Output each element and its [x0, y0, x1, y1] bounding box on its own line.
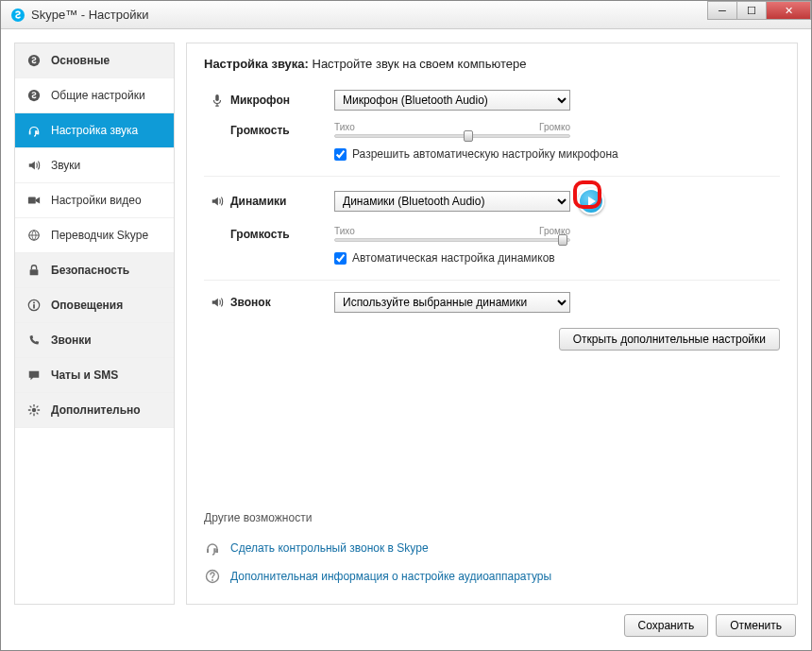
close-button[interactable]: ✕ — [766, 1, 811, 20]
sidebar-item-sounds[interactable]: Звуки — [15, 148, 174, 183]
speakers-volume-label: Громкость — [230, 228, 334, 241]
svg-rect-14 — [216, 549, 218, 553]
gear-icon — [26, 403, 42, 418]
speakers-device-select[interactable]: Динамики (Bluetooth Audio) — [334, 191, 570, 212]
sidebar-item-audio[interactable]: Настройка звука — [15, 113, 174, 148]
mic-label: Микрофон — [230, 94, 334, 107]
sidebar-label: Переводчик Skype — [51, 229, 148, 242]
sidebar-label: Звуки — [51, 159, 80, 172]
mic-auto-row: Разрешить автоматическую настройку микро… — [334, 144, 780, 170]
titlebar: Skype™ - Настройки ─ ☐ ✕ — [1, 1, 811, 29]
speakers-auto-checkbox[interactable] — [334, 252, 347, 265]
sidebar-item-general-section[interactable]: Основные — [15, 43, 174, 78]
headset-icon — [26, 123, 42, 138]
sidebar-item-translator[interactable]: Переводчик Skype — [15, 218, 174, 253]
sidebar-item-video[interactable]: Настройки видео — [15, 183, 174, 218]
skype-icon — [10, 8, 25, 23]
maximize-button[interactable]: ☐ — [736, 1, 767, 20]
mic-auto-label: Разрешить автоматическую настройку микро… — [352, 147, 618, 161]
mic-volume-label: Громкость — [230, 124, 334, 137]
sidebar-label: Звонки — [51, 334, 92, 347]
svg-rect-9 — [33, 304, 35, 308]
sidebar-label: Безопасность — [51, 264, 129, 277]
svg-point-11 — [32, 408, 36, 412]
lock-icon — [26, 263, 42, 278]
svg-rect-4 — [38, 131, 40, 135]
sidebar-label: Чаты и SMS — [51, 368, 118, 382]
ringer-label: Звонок — [230, 296, 334, 309]
content: Основные Общие настройки Настройка звука… — [1, 29, 811, 650]
speaker-icon — [26, 158, 42, 173]
sidebar-item-security[interactable]: Безопасность — [15, 253, 174, 288]
phone-icon — [26, 333, 42, 348]
globe-icon — [26, 228, 42, 243]
ringer-device-select[interactable]: Используйте выбранные динамики — [334, 292, 570, 313]
speakers-auto-label: Автоматическая настройка динамиков — [352, 251, 555, 265]
window-buttons: ─ ☐ ✕ — [708, 1, 811, 20]
save-button[interactable]: Сохранить — [624, 614, 709, 637]
sidebar-label: Основные — [51, 54, 110, 67]
minimize-button[interactable]: ─ — [707, 1, 737, 20]
mic-volume-slider[interactable]: ТихоГромко — [334, 122, 570, 138]
skype-icon — [26, 53, 42, 68]
page-title: Настройка звука: Настройте звук на своем… — [204, 57, 780, 71]
svg-rect-3 — [29, 131, 31, 135]
sidebar: Основные Общие настройки Настройка звука… — [14, 43, 175, 605]
settings-window: Skype™ - Настройки ─ ☐ ✕ Основные Общие … — [0, 0, 812, 651]
mic-device-select[interactable]: Микрофон (Bluetooth Audio) — [334, 90, 570, 111]
sidebar-item-calls[interactable]: Звонки — [15, 323, 174, 358]
test-speakers-button[interactable] — [578, 188, 604, 214]
camera-icon — [26, 193, 42, 208]
ringer-row: Звонок Используйте выбранные динамики — [204, 286, 780, 318]
sidebar-item-chat[interactable]: Чаты и SMS — [15, 358, 174, 393]
panels: Основные Общие настройки Настройка звука… — [14, 43, 798, 605]
cancel-button[interactable]: Отменить — [716, 614, 796, 637]
info-icon — [26, 298, 42, 313]
sidebar-label: Общие настройки — [51, 89, 145, 102]
svg-point-16 — [211, 579, 213, 581]
sidebar-label: Дополнительно — [51, 403, 141, 417]
speakers-label: Динамики — [230, 195, 334, 208]
skype-icon — [26, 88, 42, 103]
mic-auto-checkbox[interactable] — [334, 148, 347, 161]
audio-help-link[interactable]: Дополнительная информация о настройке ау… — [230, 570, 551, 583]
audio-help-link-row: Дополнительная информация о настройке ау… — [204, 562, 780, 591]
window-title: Skype™ - Настройки — [31, 8, 148, 22]
sidebar-item-alerts[interactable]: Оповещения — [15, 288, 174, 323]
speaker-icon — [204, 195, 230, 208]
sidebar-label: Настройка звука — [51, 124, 138, 137]
other-title: Другие возможности — [204, 511, 780, 524]
svg-rect-5 — [28, 197, 36, 204]
speakers-volume-slider[interactable]: ТихоГромко — [334, 226, 570, 242]
speakers-auto-row: Автоматическая настройка динамиков — [334, 248, 780, 274]
open-advanced-button[interactable]: Открыть дополнительные настройки — [559, 328, 780, 351]
other-section: Другие возможности Сделать контрольный з… — [204, 492, 780, 591]
chat-icon — [26, 368, 42, 383]
mic-row: Микрофон Микрофон (Bluetooth Audio) — [204, 84, 780, 116]
mic-volume-row: Громкость ТихоГромко — [204, 116, 780, 144]
speakers-volume-row: Громкость ТихоГромко — [204, 220, 780, 248]
help-icon — [204, 568, 221, 585]
svg-rect-10 — [33, 302, 35, 304]
sidebar-label: Настройки видео — [51, 194, 142, 207]
svg-rect-13 — [207, 549, 209, 553]
microphone-icon — [204, 94, 230, 107]
sidebar-label: Оповещения — [51, 299, 123, 312]
test-call-link-row: Сделать контрольный звонок в Skype — [204, 534, 780, 562]
svg-rect-12 — [215, 94, 219, 101]
speakers-row: Динамики Динамики (Bluetooth Audio) — [204, 182, 780, 220]
speaker-icon — [204, 296, 230, 309]
headset-icon — [204, 540, 221, 557]
footer-buttons: Сохранить Отменить — [14, 605, 798, 637]
main-panel: Настройка звука: Настройте звук на своем… — [186, 43, 798, 605]
sidebar-item-advanced[interactable]: Дополнительно — [15, 393, 174, 428]
sidebar-item-general[interactable]: Общие настройки — [15, 78, 174, 113]
test-call-link[interactable]: Сделать контрольный звонок в Skype — [230, 541, 429, 555]
svg-rect-7 — [30, 269, 39, 275]
